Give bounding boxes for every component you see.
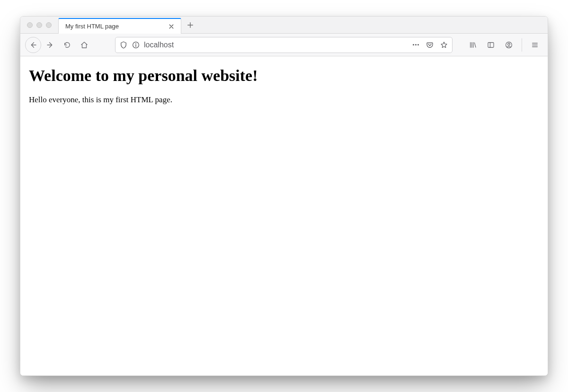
star-icon [440, 41, 448, 49]
toolbar-separator [522, 38, 522, 52]
toolbar [20, 34, 548, 56]
app-menu-button[interactable] [527, 37, 543, 53]
url-input[interactable] [144, 41, 408, 49]
close-icon [169, 24, 174, 29]
new-tab-button[interactable] [183, 18, 197, 32]
home-button[interactable] [76, 37, 92, 53]
arrow-left-icon [29, 41, 37, 49]
maximize-window-button[interactable] [46, 22, 52, 28]
close-window-button[interactable] [27, 22, 33, 28]
hamburger-icon [531, 41, 539, 49]
back-button[interactable] [25, 37, 41, 53]
account-icon [505, 41, 513, 49]
reload-button[interactable] [59, 37, 75, 53]
site-info-button[interactable] [132, 41, 140, 49]
forward-button[interactable] [42, 37, 58, 53]
tab-active[interactable]: My first HTML page [58, 18, 181, 34]
page-viewport: Welcome to my personal website! Hello ev… [20, 56, 548, 375]
reload-icon [63, 41, 71, 49]
minimize-window-button[interactable] [36, 22, 42, 28]
url-bar[interactable] [115, 37, 453, 53]
tab-title: My first HTML page [65, 23, 167, 30]
tab-strip: My first HTML page [20, 17, 548, 34]
library-button[interactable] [465, 37, 481, 53]
info-icon [132, 41, 140, 49]
tracking-protection-button[interactable] [119, 41, 128, 49]
browser-window: My first HTML page [20, 16, 548, 376]
svg-point-1 [135, 43, 136, 44]
url-actions [411, 41, 448, 49]
toolbar-right [457, 37, 543, 53]
sidebar-icon [487, 41, 495, 49]
plus-icon [187, 22, 194, 28]
page-paragraph: Hello everyone, this is my first HTML pa… [29, 95, 539, 105]
ellipsis-icon [413, 44, 419, 45]
svg-point-4 [508, 43, 510, 45]
bookmark-button[interactable] [440, 41, 448, 49]
window-controls [20, 17, 58, 33]
close-tab-button[interactable] [167, 22, 176, 31]
pocket-icon [426, 41, 434, 49]
page-heading: Welcome to my personal website! [29, 67, 539, 85]
save-to-pocket-button[interactable] [426, 41, 434, 49]
library-icon [469, 41, 477, 49]
svg-rect-2 [488, 42, 494, 47]
home-icon [80, 41, 89, 49]
page-actions-button[interactable] [411, 41, 420, 49]
sidebar-button[interactable] [483, 37, 499, 53]
shield-icon [119, 41, 128, 49]
account-button[interactable] [501, 37, 517, 53]
arrow-right-icon [46, 41, 54, 49]
